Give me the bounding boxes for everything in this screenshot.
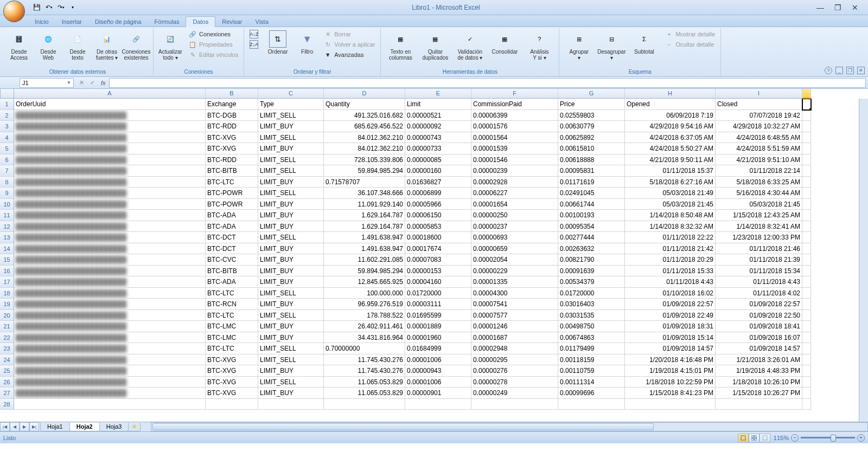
cell[interactable]: LIMIT_SELL [258,354,324,366]
cell[interactable]: 4/29/2018 10:32:27 AM [716,121,802,132]
cell[interactable]: LIMIT_SELL [258,188,324,199]
desagrupar-button[interactable]: ⊟Desagrupar ▾ [595,29,628,62]
cell[interactable]: 0.00001546 [471,154,558,166]
active-cell[interactable] [802,99,811,110]
cell[interactable]: 4/24/2018 5:50:27 AM [625,143,716,154]
cell[interactable]: BTC-DCT [206,243,258,255]
column-header-H[interactable]: H [625,89,716,99]
cell[interactable]: 0.00498750 [558,321,625,332]
cell[interactable] [802,276,811,288]
cell[interactable]: BTC-BITB [206,266,258,277]
cell[interactable]: 0.70000000 [324,343,405,354]
cell[interactable]: BTC-XVG [206,354,258,366]
cell[interactable]: 0.00001654 [471,199,558,210]
cell[interactable]: 0.02559803 [558,110,625,121]
cell[interactable]: 01/09/2018 16:07 [716,332,802,344]
cell[interactable] [258,399,324,410]
cell[interactable]: 0.00005966 [405,199,471,210]
cell[interactable]: 0.00001246 [471,321,558,332]
column-header-I[interactable]: I [716,89,802,99]
row-header-16[interactable]: 16 [0,266,14,277]
cell[interactable]: 0.00110759 [558,365,625,377]
cell[interactable]: OrderUuid [14,99,206,110]
cell[interactable]: 01/11/2018 20:29 [625,254,716,266]
cell[interactable]: ████████████████████████ [14,132,206,144]
cell[interactable] [802,154,811,166]
cell[interactable]: 0.00000153 [405,266,471,277]
cell[interactable]: 01/11/2018 4:02 [716,288,802,299]
cell[interactable]: 0.00277444 [558,232,625,243]
cell[interactable]: LIMIT_BUY [258,243,324,255]
cell[interactable]: ████████████████████████ [14,177,206,188]
row-header-13[interactable]: 13 [0,232,14,243]
cell[interactable]: BTC-LTC [206,177,258,188]
cell[interactable]: 0.00007083 [405,254,471,266]
cell[interactable] [716,399,802,410]
cell[interactable]: 0.00006227 [471,188,558,199]
column-header-G[interactable]: G [558,89,625,99]
cell[interactable]: 0.00000276 [471,365,558,377]
qat-undo[interactable]: ↶▾ [43,2,54,13]
cell[interactable] [802,299,811,310]
row-header-7[interactable]: 7 [0,165,14,177]
cell[interactable]: LIMIT_SELL [258,132,324,144]
cell[interactable]: ████████████████████████ [14,110,206,121]
cell[interactable]: 0.71578707 [324,177,405,188]
cell[interactable]: 0.00001335 [471,276,558,288]
sort-za-button[interactable]: Z↓A [247,40,260,49]
cell[interactable]: 11.091.929.140 [324,199,405,210]
cell[interactable]: 100.000.000 [324,288,405,299]
cell[interactable]: LIMIT_SELL [258,343,324,354]
cell[interactable]: 1/18/2018 10:22:59 PM [625,377,716,388]
insert-sheet-button[interactable]: ✳ [128,423,141,431]
sort-az-button[interactable]: A↓Z [247,29,260,39]
cell[interactable]: ████████████████████████ [14,365,206,377]
cell[interactable]: 0.00007541 [471,299,558,310]
cell[interactable]: 0.00615810 [558,143,625,154]
cell[interactable]: BTC-DCT [206,232,258,243]
desde-button[interactable]: 📄Desde texto [64,29,91,62]
column-header-B[interactable]: B [206,89,258,99]
cell[interactable]: 5/18/2018 6:33:25 AM [716,177,802,188]
row-header-12[interactable]: 12 [0,221,14,232]
cell[interactable]: 1/19/2018 4:15:01 PM [625,365,716,377]
cell[interactable]: LIMIT_BUY [258,221,324,232]
cell[interactable]: ████████████████████████ [14,354,206,366]
cell[interactable]: LIMIT_BUY [258,199,324,210]
cell[interactable]: 01/09/2018 22:50 [716,310,802,321]
cell[interactable]: 4/21/2018 9:51:10 AM [716,154,802,166]
cell[interactable] [802,177,811,188]
tab-inicio[interactable]: Inicio [28,17,55,27]
cell[interactable] [802,354,811,366]
row-header-24[interactable]: 24 [0,354,14,366]
tab-fórmulas[interactable]: Fórmulas [148,17,186,27]
cell[interactable]: BTC-CVC [206,254,258,266]
cell[interactable]: 1/18/2018 10:26:10 PM [716,377,802,388]
cell[interactable]: 84.012.362.210 [324,143,405,154]
cell[interactable] [802,365,811,377]
cell[interactable]: 0.00002948 [471,343,558,354]
cell[interactable] [802,266,811,277]
cell[interactable]: 0.00001539 [471,143,558,154]
cell[interactable]: 06/09/2018 7:19 [625,110,716,121]
cell[interactable]: ████████████████████████ [14,232,206,243]
cell[interactable]: 01/09/2018 18:41 [716,321,802,332]
cell[interactable]: BTC-LMC [206,332,258,344]
cell[interactable]: 84.012.362.210 [324,132,405,144]
cell[interactable]: ████████████████████████ [14,332,206,344]
cell[interactable]: 1/20/2018 4:16:48 PM [625,354,716,366]
cell[interactable]: 0.00007577 [471,310,558,321]
horizontal-scrollbar[interactable] [151,422,868,431]
column-header-C[interactable]: C [258,89,324,99]
cell[interactable] [802,243,811,255]
cell[interactable]: Price [558,99,625,110]
cell[interactable]: 0.01720000 [405,288,471,299]
cell[interactable]: 0.00002928 [471,177,558,188]
cell[interactable]: 11.065.053.829 [324,377,405,388]
row-header-23[interactable]: 23 [0,343,14,354]
validaci-n-button[interactable]: ✓Validación de datos ▾ [454,29,486,62]
cell[interactable]: 1.629.164.787 [324,210,405,221]
name-box[interactable]: J1 ▼ [20,78,74,88]
cell[interactable]: 1/14/2018 8:32:41 AM [716,221,802,232]
cell[interactable]: LIMIT_BUY [258,254,324,266]
